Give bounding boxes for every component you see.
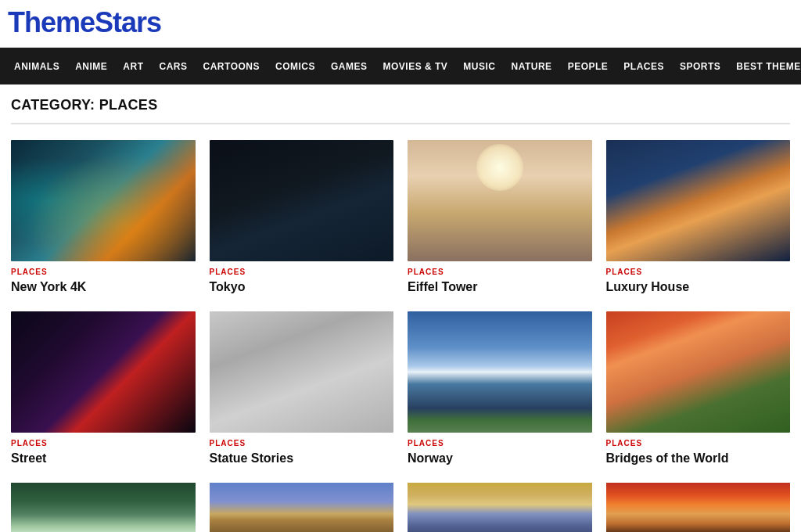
card-title-6: Norway — [408, 451, 592, 467]
nav-item-comics[interactable]: COMICS — [268, 50, 323, 83]
nav-item-art[interactable]: ART — [115, 50, 151, 83]
bottom-card-3[interactable] — [606, 483, 791, 532]
card-image-6 — [408, 311, 592, 433]
card-6[interactable]: PLACES Norway — [408, 311, 592, 467]
card-title-3: Luxury House — [606, 279, 791, 296]
bottom-card-image-1 — [210, 483, 394, 532]
card-1[interactable]: PLACES Tokyo — [210, 140, 394, 296]
card-thumbnail-3 — [606, 140, 791, 261]
site-header: ThemeStars — [0, 0, 801, 48]
card-category-0: PLACES — [11, 268, 196, 276]
nav-item-anime[interactable]: ANIME — [67, 50, 115, 83]
card-category-2: PLACES — [408, 268, 592, 276]
bottom-card-thumbnail-3 — [606, 483, 791, 532]
card-category-3: PLACES — [606, 268, 791, 276]
bottom-card-image-2 — [408, 483, 592, 532]
card-thumbnail-1 — [210, 140, 394, 261]
bottom-card-thumbnail-1 — [210, 483, 394, 532]
nav-item-best-themes[interactable]: BEST THEMES — [728, 50, 801, 83]
card-image-7 — [606, 311, 791, 433]
card-thumbnail-7 — [606, 311, 791, 433]
bottom-card-image-3 — [606, 483, 791, 532]
card-image-5 — [210, 311, 394, 433]
card-image-0 — [11, 140, 196, 261]
main-nav: ANIMALSANIMEARTCARSCARTOONSCOMICSGAMESMO… — [0, 48, 801, 84]
bottom-grid — [11, 483, 790, 532]
nav-item-people[interactable]: PEOPLE — [560, 50, 616, 83]
card-5[interactable]: PLACES Statue Stories — [210, 311, 394, 467]
card-category-1: PLACES — [210, 268, 394, 276]
nav-item-cars[interactable]: CARS — [152, 50, 196, 83]
nav-item-nature[interactable]: NATURE — [504, 50, 560, 83]
nav-item-sports[interactable]: SPORTS — [672, 50, 728, 83]
card-title-5: Statue Stories — [210, 451, 394, 467]
nav-item-music[interactable]: MUSIC — [455, 50, 503, 83]
card-image-2 — [408, 140, 592, 261]
card-category-4: PLACES — [11, 439, 196, 448]
card-3[interactable]: PLACES Luxury House — [606, 140, 791, 296]
bottom-card-0[interactable] — [11, 483, 196, 532]
card-title-2: Eiffel Tower — [408, 279, 592, 296]
card-4[interactable]: PLACES Street — [11, 311, 196, 467]
card-title-7: Bridges of the World — [606, 451, 791, 467]
card-thumbnail-6 — [408, 311, 592, 433]
card-thumbnail-0 — [11, 140, 196, 261]
card-image-4 — [11, 311, 196, 433]
card-category-7: PLACES — [606, 439, 791, 448]
card-thumbnail-4 — [11, 311, 196, 433]
card-thumbnail-2 — [408, 140, 592, 261]
nav-item-games[interactable]: GAMES — [323, 50, 375, 83]
card-0[interactable]: PLACES New York 4K — [11, 140, 196, 296]
card-category-5: PLACES — [210, 439, 394, 448]
bottom-card-image-0 — [11, 483, 196, 532]
bottom-card-thumbnail-2 — [408, 483, 592, 532]
card-2[interactable]: PLACES Eiffel Tower — [408, 140, 592, 296]
bottom-card-2[interactable] — [408, 483, 592, 532]
card-title-0: New York 4K — [11, 279, 196, 296]
bottom-card-1[interactable] — [210, 483, 394, 532]
site-title: ThemeStars — [8, 0, 161, 42]
card-title-4: Street — [11, 451, 196, 467]
nav-item-places[interactable]: PLACES — [616, 50, 672, 83]
category-title: CATEGORY: PLACES — [11, 97, 790, 124]
card-image-3 — [606, 140, 791, 261]
page-content: CATEGORY: PLACES PLACES New York 4K PLAC… — [0, 84, 801, 532]
nav-item-cartoons[interactable]: CARTOONS — [196, 50, 268, 83]
card-thumbnail-5 — [210, 311, 394, 433]
card-image-1 — [210, 140, 394, 261]
nav-item-movies---tv[interactable]: MOVIES & TV — [375, 50, 456, 83]
card-title-1: Tokyo — [210, 279, 394, 296]
bottom-card-thumbnail-0 — [11, 483, 196, 532]
nav-item-animals[interactable]: ANIMALS — [6, 50, 67, 83]
card-category-6: PLACES — [408, 439, 592, 448]
card-7[interactable]: PLACES Bridges of the World — [606, 311, 791, 467]
card-grid: PLACES New York 4K PLACES Tokyo PLACES E… — [11, 140, 790, 467]
